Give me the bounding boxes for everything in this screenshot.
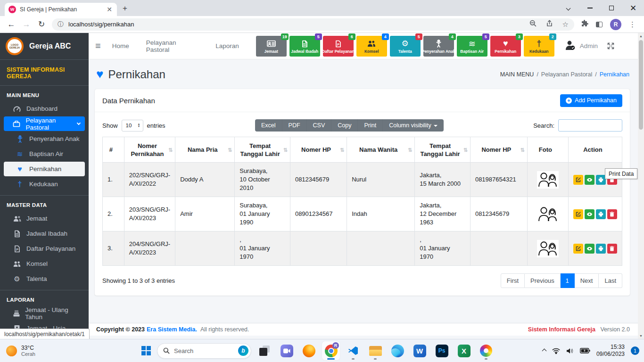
delete-button[interactable] — [607, 244, 617, 254]
new-tab-button[interactable]: + — [123, 4, 127, 13]
taskbar-app-chat[interactable] — [278, 341, 296, 360]
col-header-hp-wanita[interactable]: Nomer HP⇅ — [470, 137, 527, 163]
site-info-icon[interactable]: ⓘ — [58, 20, 64, 29]
sidebar-item-talenta[interactable]: ⚙ Talenta — [4, 272, 85, 286]
user-avatar-icon[interactable] — [565, 40, 576, 52]
battery-icon[interactable] — [580, 348, 590, 354]
col-header-nomer[interactable]: NomerPernikahan⇅ — [124, 137, 175, 163]
window-maximize-button[interactable] — [601, 0, 622, 16]
taskbar-app-word[interactable]: W — [411, 341, 429, 360]
apps-grid-icon[interactable] — [624, 42, 631, 50]
edit-button[interactable] — [573, 209, 583, 219]
hamburger-menu-icon[interactable]: ≡ — [95, 41, 101, 51]
tile-baptisan-air[interactable]: 5 ≋ Baptisan Air — [457, 36, 487, 57]
column-visibility-button[interactable]: Column visibility — [383, 119, 444, 132]
bookmark-star-icon[interactable]: ☆ — [562, 20, 569, 29]
extensions-puzzle-icon[interactable] — [581, 20, 588, 29]
taskbar-search[interactable]: Search b — [157, 343, 251, 359]
window-minimize-button[interactable] — [579, 0, 601, 16]
print-button[interactable]: Print — [358, 119, 383, 132]
start-button[interactable] — [141, 346, 151, 355]
pagination-last[interactable]: Last — [599, 273, 622, 288]
browser-profile-avatar[interactable]: R — [610, 19, 621, 30]
sidebar-item-daftar-pelayanan[interactable]: P Daftar Pelayanan — [4, 241, 85, 256]
edit-button[interactable] — [573, 175, 583, 185]
page-length-select[interactable]: 10 ▲▼ — [122, 120, 143, 132]
nav-link-laporan[interactable]: Laporan — [215, 42, 239, 49]
view-button[interactable] — [585, 209, 594, 219]
tile-kedukaan[interactable]: 2 † Kedukaan — [524, 36, 554, 57]
side-panel-icon[interactable] — [596, 22, 603, 27]
sidebar-item-pernikahan[interactable]: ♥ Pernikahan — [4, 162, 85, 176]
notification-badge[interactable]: 1 — [631, 346, 639, 355]
scroll-down-icon[interactable]: ▼ — [639, 333, 643, 339]
search-input[interactable] — [558, 119, 622, 132]
fullscreen-expand-icon[interactable] — [607, 42, 614, 49]
tile-daftar-pelayanan[interactable]: 6 P Daftar Pelayanan — [323, 36, 354, 57]
tile-penyerahan-anak[interactable]: 4 Penyerahan Anak — [423, 36, 454, 57]
pagination-first[interactable]: First — [501, 273, 525, 288]
company-link[interactable]: Era Sistem Media. — [147, 326, 197, 333]
tray-chevron-up-icon[interactable] — [543, 349, 546, 353]
print-button[interactable] — [596, 175, 606, 185]
sidebar-item-jemaat[interactable]: Jemaat — [4, 211, 85, 226]
view-button[interactable] — [585, 175, 594, 185]
weather-widget[interactable]: 33°C Cerah — [0, 345, 141, 357]
nav-link-pelayanan-pastoral[interactable]: Pelayanan Pastoral — [146, 39, 199, 53]
excel-button[interactable]: Excel — [255, 119, 282, 132]
user-name[interactable]: Admin — [580, 42, 598, 49]
sidebar-item-dashboard[interactable]: Dashboard — [4, 101, 85, 116]
forward-icon[interactable]: → — [19, 20, 34, 29]
reload-icon[interactable]: ↻ — [34, 19, 49, 29]
col-header-nama-pria[interactable]: Nama Pria⇅ — [175, 137, 235, 163]
edit-button[interactable] — [573, 244, 583, 254]
address-bar[interactable]: ⓘ localhost/sig/pernikahan ☆ — [52, 18, 574, 31]
window-close-button[interactable]: ✕ — [622, 0, 644, 16]
brand-link[interactable]: LOGOGEREJA Gereja ABC — [0, 33, 89, 60]
page-scrollbar[interactable]: ▲ ▼ — [638, 33, 644, 339]
tile-komsel[interactable]: 4 Komsel — [356, 36, 387, 57]
share-icon[interactable] — [546, 20, 553, 29]
taskbar-app-explorer[interactable] — [366, 341, 384, 360]
col-header-hp-pria[interactable]: Nomer HP⇅ — [290, 137, 347, 163]
nav-link-home[interactable]: Home — [112, 42, 129, 49]
sidebar-item-jemaat-ulang-tahun[interactable]: Jemaat - Ulang Tahun — [4, 306, 85, 321]
pagination-page-1[interactable]: 1 — [561, 273, 575, 288]
sidebar-item-pelayanan-pastoral[interactable]: Pelayanan Pastoral — [4, 116, 85, 131]
scrollbar-thumb[interactable] — [639, 40, 643, 130]
sidebar-item-jadwal-ibadah[interactable]: Jadwal Ibadah — [4, 226, 85, 241]
add-pernikahan-button[interactable]: + Add Pernikahan — [560, 94, 622, 107]
taskbar-app-firefox[interactable] — [300, 341, 318, 360]
print-button[interactable] — [596, 244, 606, 254]
wifi-icon[interactable] — [552, 348, 560, 354]
sidebar-item-komsel[interactable]: Komsel — [4, 256, 85, 271]
taskbar-app-chrome[interactable]: R — [322, 341, 340, 360]
print-button[interactable] — [596, 209, 606, 219]
pagination-next[interactable]: Next — [575, 273, 599, 288]
copy-button[interactable]: Copy — [331, 119, 358, 132]
scroll-up-icon[interactable]: ▲ — [639, 33, 643, 39]
browser-menu-icon[interactable]: ⋮ — [629, 20, 636, 29]
col-header-ttl-wanita[interactable]: TempatTanggal Lahir⇅ — [415, 137, 471, 163]
taskbar-app-vscode[interactable] — [344, 341, 362, 360]
taskbar-clock[interactable]: 15:33 09/06/2023 — [596, 344, 625, 358]
zoom-icon[interactable] — [529, 20, 537, 29]
sidebar-item-baptisan-air[interactable]: ≋ Baptisan Air — [4, 147, 85, 161]
tile-pernikahan[interactable]: 3 ♥ Pernikahan — [490, 36, 521, 57]
delete-button[interactable] — [607, 209, 617, 219]
view-button[interactable] — [585, 244, 594, 254]
back-icon[interactable]: ← — [4, 20, 19, 29]
browser-tab[interactable]: W SI Gereja | Pernikahan ✕ — [5, 3, 117, 16]
window-menu-chevron-icon[interactable] — [557, 0, 579, 16]
taskbar-app-photoshop[interactable]: Ps — [433, 341, 451, 360]
tile-jadwal-ibadah[interactable]: 5 Jadwal Ibadah — [289, 36, 320, 57]
breadcrumb-pelayanan-pastoral[interactable]: Pelayanan Pastoral — [541, 71, 592, 78]
taskbar-app-edge[interactable] — [388, 341, 406, 360]
col-header-nama-wanita[interactable]: Nama Wanita⇅ — [347, 137, 415, 163]
csv-button[interactable]: CSV — [307, 119, 332, 132]
col-header-ttl-pria[interactable]: TempatTanggal Lahir⇅ — [235, 137, 290, 163]
tile-talenta[interactable]: 5 ⚙ Talenta — [390, 36, 421, 57]
taskbar-app-excel[interactable]: X — [455, 341, 473, 360]
breadcrumb-main-menu[interactable]: MAIN MENU — [500, 71, 534, 78]
speaker-icon[interactable] — [566, 348, 574, 354]
